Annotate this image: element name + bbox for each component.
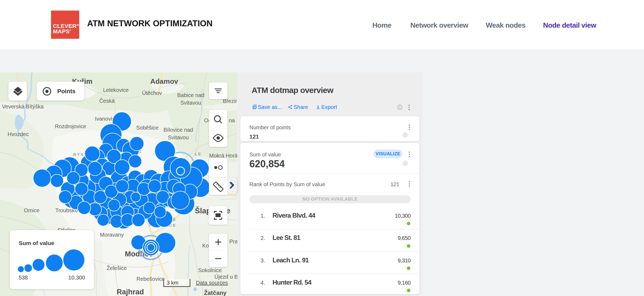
svg-text:3 km: 3 km [167, 280, 178, 286]
svg-text:Svitavou: Svitavou [168, 134, 189, 140]
svg-text:Data sources: Data sources [196, 280, 228, 286]
svg-text:Prace: Prace [229, 239, 237, 244]
svg-text:Veverská Bítýška: Veverská Bítýška [2, 104, 44, 110]
svg-text:Česká: Česká [99, 98, 115, 104]
svg-text:Svitavou: Svitavou [180, 100, 201, 106]
svg-text:Lelekovice: Lelekovice [103, 87, 129, 93]
svg-text:Omice: Omice [24, 207, 40, 213]
svg-text:Sokolnice: Sokolnice [198, 267, 222, 273]
svg-text:Hvozdec: Hvozdec [8, 131, 29, 137]
svg-text:LE: LE [195, 152, 202, 156]
svg-text:Rajhrad: Rajhrad [117, 288, 144, 296]
svg-text:Bílovice nad: Bílovice nad [164, 127, 193, 133]
svg-text:Moravany: Moravany [100, 232, 124, 238]
svg-text:Rebešovice: Rebešovice [137, 276, 165, 282]
svg-text:Útěchov: Útěchov [142, 90, 162, 96]
svg-text:Újezd u Brna: Újezd u Brna [214, 274, 237, 280]
svg-text:Rozdrojovice: Rozdrojovice [55, 123, 86, 129]
svg-text:Žatčany: Žatčany [204, 289, 227, 296]
svg-text:na: na [229, 117, 235, 123]
svg-text:Soběšice: Soběšice [136, 125, 158, 131]
svg-text:Babice nad: Babice nad [177, 92, 204, 98]
svg-text:Adamov: Adamov [150, 77, 178, 85]
svg-text:Želešice: Želešice [107, 265, 127, 271]
svg-text:Mokrá Horá: Mokrá Horá [209, 153, 237, 159]
